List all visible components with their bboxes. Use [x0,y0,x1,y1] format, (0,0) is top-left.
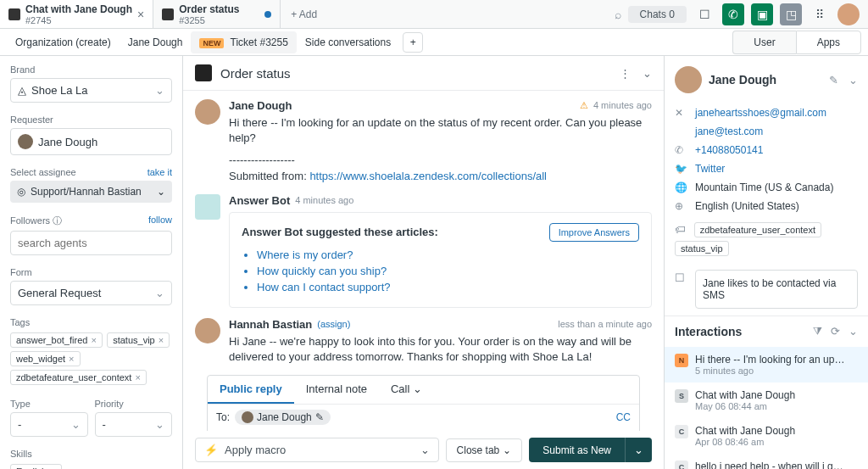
apps-grid-icon[interactable]: ⠿ [809,3,831,25]
tab-title: Order status [179,3,239,15]
tags-container[interactable]: answer_bot_fired× status_vip× web_widget… [10,331,172,387]
ticket-subject: Order status [220,66,291,81]
chevron-down-icon: ⌄ [503,444,511,456]
skill-chip[interactable]: English× [10,464,62,469]
tab-public-reply[interactable]: Public reply [208,376,294,404]
improve-answers-button[interactable]: Improve Answers [549,223,639,242]
submit-menu-button[interactable]: ⌄ [625,438,652,462]
form-select[interactable]: General Request ⌄ [10,281,172,305]
conversation-log: Jane Dough ⚠ 4 minutes ago Hi there -- I… [183,91,664,431]
tab-ticket[interactable]: Order status #3255 [153,0,281,28]
language-icon: ⊕ [675,200,687,212]
assignee-select[interactable]: ◎ Support/Hannah Bastian ⌄ [10,181,172,203]
twitter-link[interactable]: Twitter [695,163,725,175]
crumb-requester[interactable]: Jane Dough [120,31,192,53]
phone-link[interactable]: +14088050141 [695,144,763,156]
suggested-article-link[interactable]: How can I contact support? [257,281,639,293]
user-tag-chip[interactable]: status_vip [675,241,729,256]
status-badge: N [675,354,688,367]
suggested-article-link[interactable]: Where is my order? [257,248,639,261]
avatar[interactable] [837,3,860,25]
search-icon[interactable]: ⌕ [615,8,621,21]
tab-call[interactable]: Call ⌄ [379,376,434,404]
add-tab-button[interactable]: + Add [281,8,327,20]
requester-name: Jane Dough [709,73,776,87]
phone-icon[interactable]: ✆ [722,3,744,25]
timestamp: 4 minutes ago [593,100,652,110]
crumb-org[interactable]: Organization (create) [7,31,120,53]
edit-icon[interactable]: ✎ [315,411,324,423]
user-panel-button[interactable]: User [732,31,795,54]
follow-link[interactable]: follow [148,215,172,225]
add-side-conversation-button[interactable]: + [403,32,423,53]
chevron-down-icon[interactable]: ⌄ [849,325,858,338]
recipient-chip[interactable]: Jane Dough ✎ [235,410,331,425]
refresh-icon[interactable]: ⟳ [831,325,840,338]
email-icon: ✕ [675,107,687,119]
cc-button[interactable]: CC [616,411,631,423]
chevron-down-icon: ⌄ [413,382,422,395]
message-answer-bot: Answer Bot 4 minutes ago Answer Bot sugg… [195,194,652,308]
email-link[interactable]: jane@test.com [695,126,763,137]
card-title: Answer Bot suggested these articles: [242,226,438,238]
avatar [18,134,33,149]
interaction-item[interactable]: N Hi there -- I'm looking for an update … [665,347,868,382]
channel-icon [195,64,212,81]
warning-icon: ⚠ [580,100,588,110]
chevron-down-icon[interactable]: ⌄ [643,67,652,80]
close-icon[interactable]: × [137,8,144,21]
brand-select[interactable]: ◬ Shoe La La ⌄ [10,78,172,103]
apps-panel-button[interactable]: Apps [796,31,861,54]
edit-icon[interactable]: ✎ [829,74,838,87]
remove-tag-icon[interactable]: × [69,354,74,364]
talk-icon[interactable]: ☐ [693,3,715,25]
tag-chip[interactable]: web_widget× [10,351,81,366]
chats-badge[interactable]: Chats 0 [628,6,687,23]
pause-icon[interactable]: ◳ [780,3,802,25]
tab-sub: #2745 [25,15,132,25]
interaction-item[interactable]: C hello i need help - when will i get my… [665,454,868,469]
info-icon: ⓘ [53,215,62,226]
submitted-from-link[interactable]: https://www.shoelala.zendesk.com/collect… [309,170,547,182]
ticket-icon [162,8,174,20]
status-available-icon[interactable]: ▣ [751,3,773,25]
interaction-item[interactable]: C Chat with Jane DoughApr 08 08:46 am [665,418,868,454]
interaction-item[interactable]: S Chat with Jane DoughMay 06 08:44 am [665,382,868,418]
avatar [195,318,220,343]
more-icon[interactable]: ⋮ [620,67,631,80]
remove-tag-icon[interactable]: × [135,372,140,382]
bot-avatar-icon [195,194,220,220]
user-tag-chip[interactable]: zdbetafeature_user_context [694,222,821,237]
tag-chip[interactable]: answer_bot_fired× [10,332,103,348]
apply-macro-select[interactable]: ⚡ Apply macro ⌄ [195,438,439,462]
remove-tag-icon[interactable]: × [91,335,96,345]
suggested-articles-card: Answer Bot suggested these articles: Imp… [229,212,652,308]
chevron-down-icon: ⌄ [71,418,81,431]
twitter-icon: 🐦 [675,163,687,175]
take-it-link[interactable]: take it [147,167,172,177]
filter-icon[interactable]: ⧩ [813,325,822,338]
requester-select[interactable]: Jane Dough [10,128,172,155]
email-link[interactable]: janeheartsshoes@gmail.com [695,107,826,119]
tab-chat[interactable]: Chat with Jane Dough #2745 × [0,0,153,28]
tab-internal-note[interactable]: Internal note [294,376,379,404]
avatar [242,411,253,423]
tag-chip[interactable]: zdbetafeature_user_context× [10,370,147,385]
submit-button[interactable]: Submit as New [529,438,625,462]
tag-chip[interactable]: status_vip× [107,332,170,348]
timestamp: less than a minute ago [558,319,652,329]
message-requester: Jane Dough ⚠ 4 minutes ago Hi there -- I… [195,99,652,184]
followers-input[interactable] [10,231,172,255]
suggested-article-link[interactable]: How quickly can you ship? [257,265,639,277]
remove-tag-icon[interactable]: × [159,335,164,345]
assign-link[interactable]: (assign) [317,319,350,329]
crumb-side-conversations[interactable]: Side conversations [297,31,399,53]
type-select[interactable]: -⌄ [10,412,88,437]
chevron-down-icon[interactable]: ⌄ [849,74,858,87]
crumb-ticket[interactable]: NEW Ticket #3255 [191,31,296,53]
user-note-textarea[interactable]: Jane likes to be contacted via SMS [695,270,858,309]
close-tab-button[interactable]: Close tab ⌄ [446,438,523,462]
requester-label: Requester [10,114,172,125]
priority-select[interactable]: -⌄ [95,412,173,437]
message-body: Hi Jane -- we're happy to look into this… [229,334,652,365]
